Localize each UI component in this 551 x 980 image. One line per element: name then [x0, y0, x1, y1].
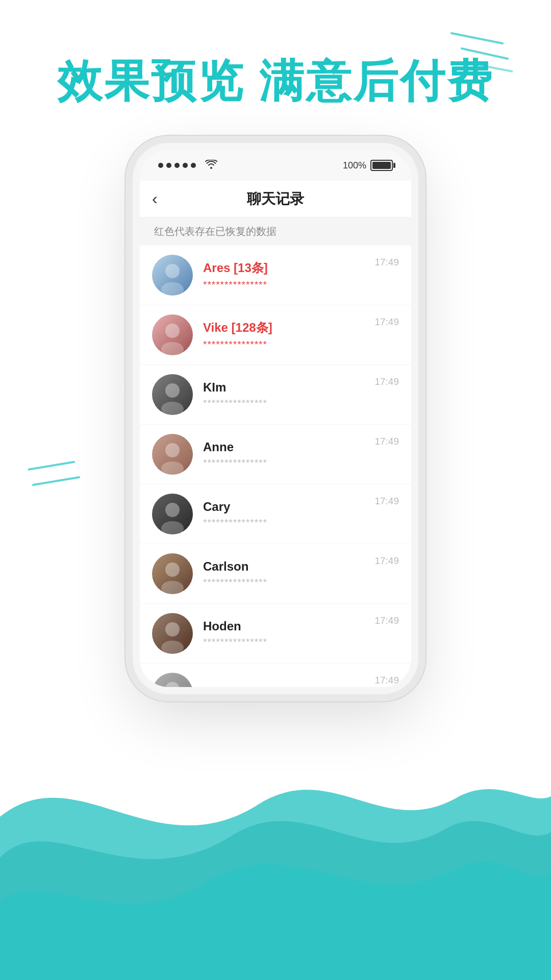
contact-name-cary: Cary: [203, 500, 399, 514]
signal-dot-3: [174, 163, 180, 168]
contact-info-ares: Ares [13条]***************: [203, 260, 399, 290]
contact-info-klm: KIm***************: [203, 380, 399, 409]
battery-fill: [372, 162, 391, 169]
svg-point-13: [165, 503, 180, 517]
contact-preview-vike: ***************: [203, 339, 399, 350]
avatar-vike: [152, 314, 193, 355]
signal-dot-1: [158, 163, 163, 168]
signal-dot-4: [183, 163, 188, 168]
avatar-klm: [152, 374, 193, 415]
signal-dot-5: [191, 163, 196, 168]
svg-point-9: [165, 383, 180, 398]
contact-preview-ares: ***************: [203, 279, 399, 290]
phone-mockup: 100% ‹ 聊天记录 红色代表存在已恢复的数据 Ares [13条]*****…: [133, 143, 418, 694]
info-banner: 红色代表存在已恢复的数据: [140, 217, 411, 246]
contact-item-hoden[interactable]: Hoden***************17:49: [140, 604, 411, 664]
svg-point-8: [161, 342, 184, 355]
contact-item-klm[interactable]: KIm***************17:49: [140, 365, 411, 425]
contact-time-anne: 17:49: [374, 436, 399, 447]
nav-title: 聊天记录: [247, 189, 304, 209]
contact-preview-carlson: ***************: [203, 577, 399, 588]
svg-point-18: [161, 641, 184, 654]
avatar-unknown: [152, 673, 193, 687]
contact-time-unknown: 17:49: [374, 675, 399, 686]
svg-point-12: [161, 461, 184, 475]
avatar-carlson: [152, 553, 193, 594]
contact-name-hoden: Hoden: [203, 619, 399, 633]
phone-screen: 100% ‹ 聊天记录 红色代表存在已恢复的数据 Ares [13条]*****…: [140, 150, 411, 687]
contact-item-cary[interactable]: Cary***************17:49: [140, 484, 411, 544]
contact-item-carlson[interactable]: Carlson***************17:49: [140, 544, 411, 604]
contact-time-cary: 17:49: [374, 496, 399, 507]
nav-bar: ‹ 聊天记录: [140, 181, 411, 217]
svg-point-15: [165, 562, 180, 577]
contact-preview-klm: ***************: [203, 398, 399, 409]
contact-time-klm: 17:49: [374, 376, 399, 387]
contact-name-carlson: Carlson: [203, 559, 399, 574]
avatar-hoden: [152, 613, 193, 654]
battery-percent: 100%: [343, 160, 366, 171]
contact-preview-hoden: ***************: [203, 636, 399, 648]
contact-list: Ares [13条]***************17:49 Vike [128…: [140, 246, 411, 687]
svg-point-10: [161, 402, 184, 415]
avatar-anne: [152, 434, 193, 475]
bottom-wave: [0, 664, 551, 980]
contact-name-anne: Anne: [203, 440, 399, 454]
svg-line-0: [452, 33, 503, 43]
contact-info-hoden: Hoden***************: [203, 619, 399, 648]
svg-point-11: [165, 443, 180, 457]
contact-info-vike: Vike [128条]***************: [203, 320, 399, 350]
contact-time-carlson: 17:49: [374, 555, 399, 567]
contact-item-unknown[interactable]: 17:49: [140, 664, 411, 687]
info-text: 红色代表存在已恢复的数据: [154, 226, 277, 237]
svg-point-5: [165, 264, 180, 278]
contact-time-vike: 17:49: [374, 316, 399, 328]
signal-dot-2: [166, 163, 171, 168]
battery-bar: [370, 160, 393, 171]
phone-notch: [240, 150, 311, 164]
contact-name-ares: Ares [13条]: [203, 260, 399, 276]
contact-preview-anne: ***************: [203, 457, 399, 469]
avatar-cary: [152, 494, 193, 534]
svg-line-4: [33, 477, 79, 485]
svg-point-7: [165, 324, 180, 338]
signal-dots: [158, 163, 196, 168]
battery-area: 100%: [343, 160, 393, 171]
avatar-ares: [152, 255, 193, 296]
contact-info-cary: Cary***************: [203, 500, 399, 528]
decorative-lines-left: [28, 459, 84, 507]
contact-time-ares: 17:49: [374, 257, 399, 268]
page-title: 效果预览 满意后付费: [0, 51, 551, 112]
svg-point-6: [161, 282, 184, 296]
contact-time-hoden: 17:49: [374, 615, 399, 626]
svg-point-14: [161, 521, 184, 534]
svg-point-19: [165, 682, 180, 687]
svg-line-3: [28, 462, 74, 470]
contact-item-anne[interactable]: Anne***************17:49: [140, 425, 411, 484]
svg-point-16: [161, 581, 184, 594]
contact-item-ares[interactable]: Ares [13条]***************17:49: [140, 246, 411, 305]
wifi-icon: [205, 160, 217, 172]
contact-item-vike[interactable]: Vike [128条]***************17:49: [140, 305, 411, 365]
contact-name-klm: KIm: [203, 380, 399, 395]
back-button[interactable]: ‹: [152, 189, 158, 208]
contact-preview-cary: ***************: [203, 517, 399, 528]
svg-point-17: [165, 622, 180, 636]
contact-name-vike: Vike [128条]: [203, 320, 399, 336]
contact-info-carlson: Carlson***************: [203, 559, 399, 588]
contact-info-anne: Anne***************: [203, 440, 399, 469]
